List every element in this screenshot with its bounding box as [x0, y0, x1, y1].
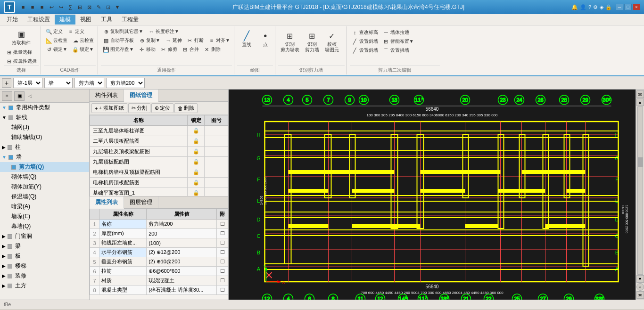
qa-undo[interactable]: ↩ — [47, 3, 56, 11]
add-drawing-btn[interactable]: + + 添加图纸 — [91, 103, 127, 113]
scrollbar-thumb[interactable] — [638, 157, 643, 167]
notif-icon[interactable]: 🔔 — [571, 4, 578, 10]
drawing-row[interactable]: 电梯机房顶板配筋图 🔒 — [90, 178, 228, 188]
close-button[interactable]: × — [633, 4, 640, 10]
ribbon-btn-restore-cad[interactable]: ↺ 锁定▼ — [44, 45, 69, 54]
ribbon-btn-elem-save[interactable]: 💾图元存盘▼ — [101, 45, 136, 54]
props-row[interactable]: 1 名称 剪力墙200 ☐ — [90, 220, 228, 229]
ribbon-btn-merge[interactable]: ⊞合并 — [180, 45, 201, 54]
lock-icon2[interactable]: 🔒 — [605, 4, 612, 10]
ribbon-btn-extend[interactable]: →延伸 — [163, 36, 184, 45]
ribbon-btn-scale[interactable]: 📐 云检查 — [44, 36, 69, 45]
tree-item-curtain-wall[interactable]: 幕墙(Q) — [0, 221, 89, 231]
menu-quantities[interactable]: 工程量 — [117, 15, 143, 24]
menu-project-settings[interactable]: 工程设置 — [23, 15, 55, 24]
qa-grid[interactable]: ⊞ — [75, 3, 84, 11]
qa-new[interactable]: ■ — [38, 3, 46, 11]
tree-grid-btn[interactable]: ▣ — [14, 91, 25, 101]
tree-item-masonry[interactable]: 砌体墙(Q) — [0, 172, 89, 182]
ribbon-btn-set-slope[interactable]: ╱设置斜墙 — [350, 37, 380, 46]
maximize-button[interactable]: □ — [624, 4, 632, 10]
tree-item-stair[interactable]: ▶ 楼梯 — [0, 261, 89, 271]
tree-item-shear-wall[interactable]: 剪力墙(Q) — [0, 162, 89, 172]
ribbon-btn-set-slope2[interactable]: ╱设置斜墙 — [350, 46, 380, 55]
ribbon-btn-trim[interactable]: ✂修剪 — [158, 45, 179, 54]
cad-canvas-area[interactable]: 13 4 5 7 9 10 13 11⁷ 20 23 24 — [229, 90, 636, 300]
name-select[interactable]: 剪力墙200 — [106, 78, 145, 88]
props-attached-cell[interactable]: ☐ — [217, 257, 228, 267]
ribbon-btn-delete[interactable]: ✕删除 — [202, 45, 223, 54]
props-value-cell[interactable]: ⊕6@600*600 — [147, 267, 217, 276]
delete-drawing-btn[interactable]: 🗑 删除 — [174, 103, 198, 113]
tree-item-column[interactable]: ▶ 柱 — [0, 142, 89, 152]
drawing-row[interactable]: 九层顶板配筋图 🔒 — [90, 157, 228, 167]
ribbon-btn-define[interactable]: ≡ 定义 — [66, 27, 86, 36]
locate-drawing-btn[interactable]: ⊕ 定位 — [151, 103, 173, 113]
props-row[interactable]: 6 拉筋 ⊕6@600*600 ☐ — [90, 267, 228, 276]
tree-item-insulated-wall[interactable]: 保温墙(Q) — [0, 192, 89, 202]
menu-modeling[interactable]: 建模 — [55, 15, 75, 24]
drawing-row[interactable]: 基础平面布置图_1 🔒 — [90, 188, 228, 196]
ribbon-btn-prop-select[interactable]: ⊟ 按属性选择 — [4, 57, 39, 65]
tree-item-decoration[interactable]: ▶ 装修 — [0, 271, 89, 281]
skin-icon[interactable]: ◈ — [600, 4, 603, 10]
qa-open[interactable]: ■ — [28, 3, 37, 11]
ribbon-btn-set-arch[interactable]: ⌒设置拱墙 — [381, 46, 411, 55]
minimize-button[interactable]: ─ — [616, 4, 623, 10]
subtype-select[interactable]: 剪力墙 — [74, 78, 104, 88]
props-value-cell[interactable]: (碎石混凝土 坍落度30... — [147, 286, 217, 295]
drawing-row[interactable]: 电梯机房墙柱及顶板梁配筋图 🔒 — [90, 167, 228, 178]
props-attached-cell[interactable]: ☐ — [217, 276, 228, 286]
qa-edit[interactable]: ✎ — [94, 3, 103, 11]
tree-item-earthwork[interactable]: ▶ 土方 — [0, 281, 89, 291]
drawing-row[interactable]: 三至九层墙体暗柱详图 🔒 — [90, 126, 228, 136]
tree-item-hidden-beam[interactable]: 暗梁(A) — [0, 202, 89, 212]
props-attached-cell[interactable]: ☐ — [217, 286, 228, 295]
qa-redo[interactable]: ↪ — [57, 3, 65, 11]
props-value-cell[interactable]: (2) ⊕12@200 — [147, 248, 217, 257]
drawing-row[interactable]: 九层墙柱及顶板梁配筋图 🔒 — [90, 147, 228, 157]
props-row[interactable]: 4 水平分布钢筋 (2) ⊕12@200 ☐ — [90, 248, 228, 257]
props-row[interactable]: 2 厚度(mm) 200 ☐ — [90, 229, 228, 238]
props-attached-cell[interactable]: ☐ — [217, 267, 228, 276]
props-attached-cell[interactable]: ☐ — [217, 229, 228, 238]
scrollbar-track[interactable] — [637, 106, 643, 275]
tree-item-wall-pier[interactable]: 墙垛(E) — [0, 212, 89, 221]
qa-misc[interactable]: ⊡ — [104, 3, 112, 11]
qa-sum[interactable]: ∑ — [66, 3, 74, 11]
type-select[interactable]: 墙 — [44, 78, 73, 88]
tree-item-grid[interactable]: 轴网(J) — [0, 122, 89, 132]
ribbon-btn-find-replace[interactable]: 🔍 定义 — [44, 27, 65, 36]
ribbon-btn-lock[interactable]: 🔒 锁定▼ — [70, 45, 96, 54]
tree-item-common[interactable]: ▼ 常用构件类型 — [0, 103, 89, 113]
tree-item-aux-axis[interactable]: 辅助轴线(O) — [0, 132, 89, 142]
ribbon-btn-wall-extend[interactable]: ─墙体拉通 — [381, 28, 411, 37]
tab-layer-mgmt[interactable]: 图层管理 — [124, 196, 158, 208]
add-element-btn[interactable]: + — [2, 78, 11, 88]
ribbon-btn-length-mark[interactable]: ↔长度标注▼ — [146, 27, 181, 36]
zoom-circle-btn[interactable]: ○ — [636, 283, 644, 291]
props-row[interactable]: 3 轴线距左墙皮... (100) ☐ — [90, 238, 228, 248]
tree-item-wall[interactable]: ▼ 墙 — [0, 152, 89, 162]
props-value-cell[interactable]: (2) ⊕10@200 — [147, 257, 217, 267]
qa-more[interactable]: ▼ — [113, 3, 122, 11]
bottom-num-btn[interactable]: 30 — [636, 291, 644, 299]
ribbon-btn-align[interactable]: ≡对齐▼ — [206, 36, 232, 45]
ribbon-btn-smart-place[interactable]: ⊞智能布置▼ — [381, 37, 416, 46]
help-icon[interactable]: ? — [588, 4, 591, 10]
ribbon-btn-copy[interactable]: ⊕复制▼ — [137, 36, 162, 45]
drawing-row[interactable]: 二至八层顶板配筋图 🔒 — [90, 136, 228, 147]
ribbon-btn-move[interactable]: ✛移动 — [137, 45, 157, 54]
props-attached-cell[interactable]: ☐ — [217, 238, 228, 248]
ribbon-btn-recog-table[interactable]: ⊞ 识别剪力墙表 — [278, 29, 302, 54]
ribbon-btn-change-height[interactable]: ↕查改标高 — [350, 28, 380, 37]
props-row[interactable]: 8 混凝土类型 (碎石混凝土 坍落度30... ☐ — [90, 286, 228, 295]
split-drawing-btn[interactable]: ✂ 分割 — [128, 103, 150, 113]
ribbon-btn-point[interactable]: • 点 — [258, 29, 273, 49]
layer-select[interactable]: 第-1层 — [13, 78, 42, 88]
qa-save[interactable]: ■ — [19, 3, 27, 11]
props-attached-cell[interactable]: ☐ — [217, 220, 228, 229]
menu-view[interactable]: 视图 — [75, 15, 96, 24]
props-row[interactable]: 7 材质 现浇混凝土 ☐ — [90, 276, 228, 286]
props-row[interactable]: 5 垂直分布钢筋 (2) ⊕10@200 ☐ — [90, 257, 228, 267]
